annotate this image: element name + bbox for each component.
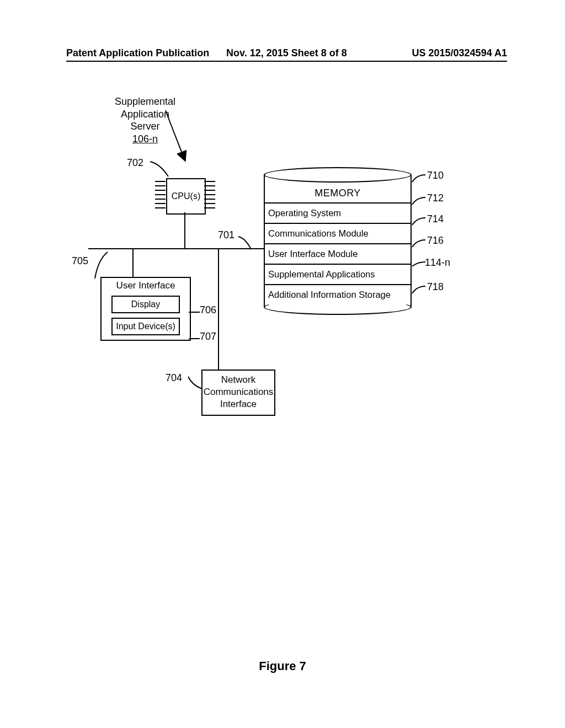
ref-702-leader-icon — [149, 157, 171, 179]
memory-row-storage: Additional Information Storage — [265, 285, 411, 304]
ref-704: 704 — [166, 372, 182, 384]
header-center: Nov. 12, 2015 Sheet 8 of 8 — [226, 47, 347, 59]
memory-top-ellipse — [264, 167, 412, 183]
ref-707: 707 — [200, 331, 216, 342]
figure-title: Figure 7 — [0, 659, 565, 673]
ref-710: 710 — [427, 170, 444, 181]
ref-702: 702 — [127, 157, 143, 169]
cpu-bus-connector — [184, 212, 185, 248]
ref-701-leader-icon — [237, 234, 259, 251]
network-interface-box: Network Communications Interface — [201, 370, 275, 416]
display-box: Display — [111, 296, 180, 313]
ref-718-leader-icon — [411, 285, 427, 295]
header-left: Patent Application Publication — [66, 47, 209, 59]
header-right: US 2015/0324594 A1 — [412, 47, 507, 59]
ref-716: 716 — [427, 235, 444, 247]
ui-title: User Interface — [102, 278, 190, 292]
user-interface-box: User Interface Display Input Device(s) — [100, 277, 191, 341]
ref-714: 714 — [427, 213, 444, 225]
ref-714-leader-icon — [411, 217, 427, 227]
memory-row-supp: Supplemental Applications — [265, 265, 411, 285]
network-line1: Network — [202, 374, 274, 386]
ui-bus-connector — [132, 248, 134, 277]
page-header: Patent Application Publication Nov. 12, … — [66, 47, 507, 62]
ref-716-leader-icon — [411, 239, 427, 249]
memory-rows: MEMORY Operating System Communications M… — [265, 184, 411, 304]
memory-row-comm: Communications Module — [265, 224, 411, 244]
memory-cylinder: MEMORY Operating System Communications M… — [264, 167, 412, 315]
title-line1: Supplemental — [115, 95, 175, 108]
ref-706-leader-icon — [189, 308, 201, 317]
ref-710-leader-icon — [411, 174, 427, 184]
cpu-pins-icon — [153, 178, 218, 212]
network-line2: Communications — [202, 386, 274, 398]
memory-row-os: Operating System — [265, 204, 411, 224]
network-bus-connector — [218, 248, 219, 370]
ref-706: 706 — [200, 304, 216, 316]
ref-718: 718 — [427, 281, 444, 293]
memory-row-ui: User Interface Module — [265, 244, 411, 265]
ref-712-leader-icon — [411, 196, 427, 206]
ref-704-leader-icon — [186, 375, 204, 390]
bus-line — [88, 248, 258, 249]
ref-712: 712 — [427, 192, 444, 204]
ref-705: 705 — [72, 255, 88, 267]
network-line3: Interface — [202, 398, 274, 410]
ref-114n-leader-icon — [411, 261, 427, 269]
ref-707-leader-icon — [189, 334, 201, 343]
input-devices-box: Input Device(s) — [111, 318, 180, 335]
page: Patent Application Publication Nov. 12, … — [0, 0, 565, 728]
memory-title: MEMORY — [265, 184, 411, 204]
ref-114n: 114-n — [425, 257, 450, 269]
ref-701: 701 — [218, 229, 234, 241]
diagram: Supplemental Application Server 106-n 70… — [66, 85, 502, 472]
